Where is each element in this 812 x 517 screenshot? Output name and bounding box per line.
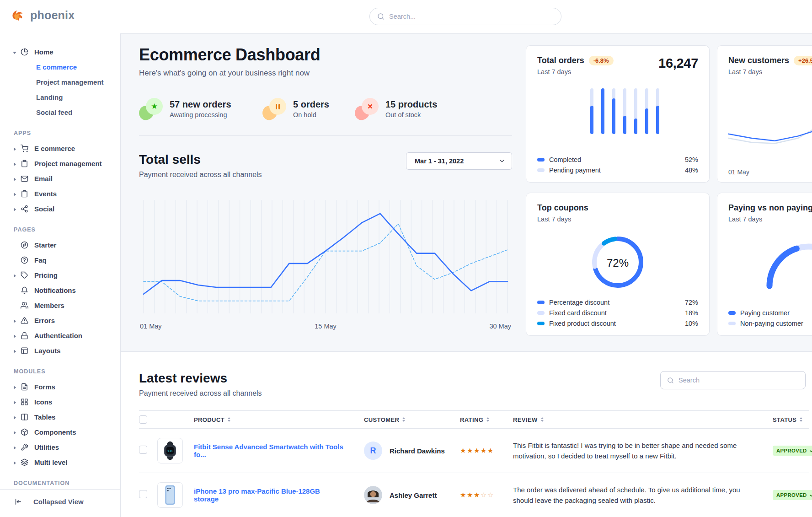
column-header-rating[interactable]: RATING — [453, 416, 506, 423]
product-link[interactable]: iPhone 13 pro max-Pacific Blue-128GB sto… — [194, 487, 357, 503]
total-sells-chart[interactable]: 01 May 15 May 30 May — [139, 195, 512, 334]
sidebar-subitem-project-management[interactable]: Project management — [0, 75, 120, 90]
sidebar-item-components[interactable]: Components — [0, 425, 120, 440]
x-tick: 15 May — [315, 323, 337, 330]
reviews-search[interactable] — [660, 371, 806, 389]
paying-legend: Paying customer Non-paying customer — [728, 306, 812, 327]
sidebar-section-pages: PAGES — [0, 226, 120, 234]
top-coupons-legend: Percentage discount72% Fixed card discou… — [537, 296, 698, 327]
card-title: New customers — [728, 56, 789, 65]
legend-row: Completed52% — [537, 156, 698, 163]
collapse-sidebar-toggle[interactable]: Collapsed View — [0, 489, 120, 517]
column-header-review[interactable]: REVIEW — [506, 416, 764, 423]
sort-icon — [800, 417, 802, 422]
total-sells-header: Total sells Payment received across all … — [139, 152, 512, 179]
sidebar-item-icons[interactable]: Icons — [0, 394, 120, 409]
sidebar-item-ecommerce-app[interactable]: E commerce — [0, 141, 120, 156]
legend-swatch — [728, 311, 736, 315]
sidebar-item-errors[interactable]: Errors — [0, 313, 120, 328]
wrench-icon — [20, 443, 29, 452]
svg-text:9:41: 9:41 — [167, 450, 172, 452]
grid-icon — [20, 398, 29, 406]
row-checkbox[interactable] — [139, 446, 147, 454]
sidebar-item-notifications[interactable]: Notifications — [0, 283, 120, 298]
users-icon — [20, 301, 29, 310]
caret-right-icon — [13, 162, 16, 166]
global-search-input[interactable] — [389, 13, 554, 20]
reviews-search-input[interactable] — [678, 377, 799, 384]
x-tick: 30 May — [489, 323, 511, 330]
total-orders-bar-chart — [588, 87, 667, 137]
card-period: Last 7 days — [537, 68, 614, 75]
sidebar-item-events[interactable]: Events — [0, 186, 120, 201]
sidebar-item-layouts[interactable]: Layouts — [0, 343, 120, 358]
select-all-checkbox[interactable] — [139, 415, 147, 424]
pie-chart-icon — [20, 48, 29, 56]
global-search[interactable] — [369, 8, 561, 25]
sort-icon — [541, 417, 544, 422]
top-navbar: phoenix — [0, 0, 812, 33]
caret-right-icon — [13, 192, 16, 196]
product-image-iphone[interactable] — [157, 482, 183, 508]
caret-right-icon — [13, 334, 16, 338]
sidebar-subitem-social-feed[interactable]: Social feed — [0, 105, 120, 120]
sidebar-item-authentication[interactable]: Authentication — [0, 328, 120, 343]
change-badge: -6.8% — [589, 56, 614, 65]
sidebar-item-social[interactable]: Social — [0, 201, 120, 216]
compass-icon — [20, 241, 29, 249]
legend-row: Fixed card discount18% — [537, 309, 698, 317]
top-coupons-card: Top coupons Last 7 days 72% Percentage d… — [526, 193, 710, 336]
check-icon — [809, 448, 812, 453]
main-content: Ecommerce Dashboard Here's what's going … — [121, 33, 812, 517]
column-header-product[interactable]: PRODUCT — [194, 416, 357, 423]
total-orders-value: 16,247 — [658, 56, 698, 71]
sidebar-subitem-landing[interactable]: Landing — [0, 90, 120, 105]
sidebar-item-project-management-app[interactable]: Project management — [0, 156, 120, 171]
legend-row: Non-paying customer — [728, 320, 812, 327]
dashboard-left-column: Ecommerce Dashboard Here's what's going … — [139, 45, 518, 336]
sidebar-item-home[interactable]: Home — [0, 44, 120, 59]
column-header-customer[interactable]: CUSTOMER — [357, 416, 453, 423]
legend-row: Percentage discount72% — [537, 299, 698, 306]
sidebar-item-multi-level[interactable]: Multi level — [0, 455, 120, 470]
table-row: 9:41 Fitbit Sense Advanced Smartwatch wi… — [139, 429, 809, 473]
date-range-select[interactable]: Mar 1 - 31, 2022 — [406, 152, 512, 170]
phoenix-logo[interactable]: phoenix — [11, 7, 75, 23]
mail-icon — [20, 174, 29, 183]
avatar[interactable]: R — [364, 442, 382, 460]
sidebar-item-faq[interactable]: Faq — [0, 253, 120, 268]
card-title: Total orders — [537, 56, 584, 65]
sidebar-item-starter[interactable]: Starter — [0, 237, 120, 253]
sidebar-item-members[interactable]: Members — [0, 298, 120, 313]
caret-right-icon — [13, 207, 16, 211]
caret-right-icon — [13, 400, 16, 404]
file-text-icon — [20, 382, 29, 391]
star-badge-icon: ★ — [139, 98, 163, 120]
caret-right-icon — [13, 461, 16, 464]
customer-name: Richard Dawkins — [390, 447, 445, 455]
product-link[interactable]: Fitbit Sense Advanced Smartwatch with To… — [194, 443, 357, 458]
share-icon — [20, 205, 29, 213]
sidebar-item-pricing[interactable]: Pricing — [0, 268, 120, 283]
sidebar-item-utilities[interactable]: Utilities — [0, 440, 120, 455]
product-image-smartwatch[interactable]: 9:41 — [157, 438, 183, 463]
divider — [139, 135, 512, 136]
card-period: Last 7 days — [537, 215, 698, 223]
page-subtitle: Here's what's going on at your business … — [139, 69, 518, 78]
sidebar-item-forms[interactable]: Forms — [0, 379, 120, 394]
donut-center-value: 72% — [590, 235, 645, 291]
sidebar-item-tables[interactable]: Tables — [0, 409, 120, 425]
sidebar-item-email[interactable]: Email — [0, 171, 120, 186]
total-sells-line-chart — [139, 195, 512, 317]
stat-new-orders: ★ 57 new orders Awating processing — [139, 98, 247, 120]
avatar[interactable] — [364, 486, 382, 504]
legend-row: Pending payment48% — [537, 167, 698, 174]
stat-orders-on-hold: 5 orders On hold — [262, 98, 339, 120]
status-badge: APPROVED — [773, 490, 812, 500]
rating-stars: ★★★☆☆ — [453, 491, 506, 499]
latest-reviews-subtitle: Payment received across all channels — [139, 389, 262, 398]
column-header-status[interactable]: STATUS — [764, 416, 809, 423]
card-period: Last 7 days — [728, 215, 812, 223]
sidebar-subitem-ecommerce[interactable]: E commerce — [0, 59, 120, 75]
row-checkbox[interactable] — [139, 490, 147, 498]
